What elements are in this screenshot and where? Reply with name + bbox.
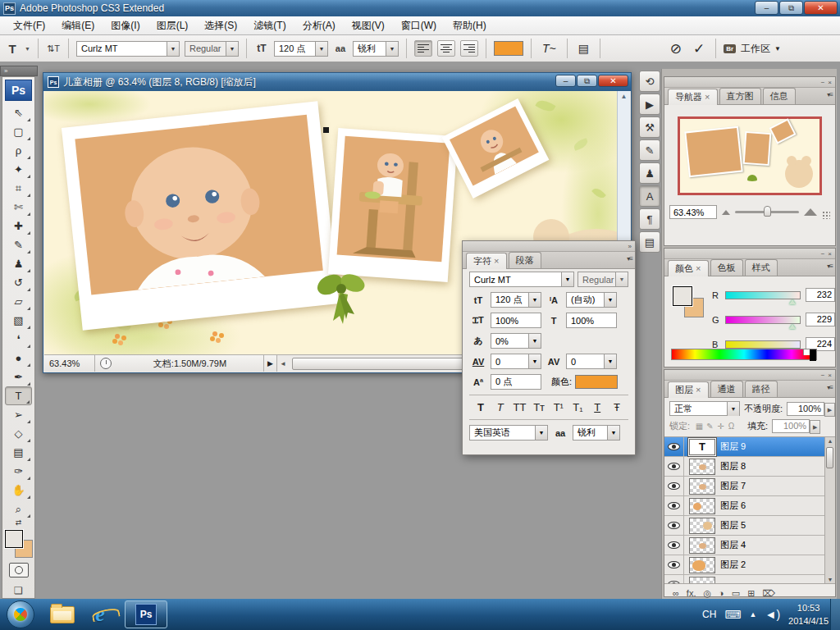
character-panel-header[interactable]: »: [463, 241, 635, 252]
panel-tab[interactable]: 通道: [710, 381, 743, 397]
layer-thumbnail[interactable]: [689, 577, 715, 584]
char-tracking-select[interactable]: 0▼: [566, 354, 617, 369]
layer-row[interactable]: 图层 5: [664, 516, 835, 536]
menu-item[interactable]: 选择(S): [196, 16, 245, 35]
foreground-color-swatch[interactable]: [673, 286, 692, 306]
lasso-tool[interactable]: ρ: [5, 141, 32, 160]
chevron-down-icon[interactable]: ▼: [604, 293, 616, 307]
visibility-toggle[interactable]: [664, 437, 684, 456]
menu-item[interactable]: 编辑(E): [53, 16, 103, 35]
notes-tool[interactable]: ▤: [5, 443, 32, 462]
chevron-down-icon[interactable]: ▼: [528, 334, 541, 348]
spinner-arrow-icon[interactable]: ▶: [810, 420, 820, 434]
color-spectrum-ramp[interactable]: [671, 349, 817, 360]
status-zoom-field[interactable]: 63.43%: [44, 355, 95, 372]
layer-thumbnail[interactable]: [689, 537, 715, 554]
collapse-icon[interactable]: »: [628, 243, 632, 250]
chevron-down-icon[interactable]: ▼: [167, 42, 179, 56]
char-kerning-select[interactable]: 0▼: [491, 354, 541, 369]
layer-thumbnail[interactable]: [689, 478, 715, 495]
doc-close-button[interactable]: ✕: [598, 75, 628, 87]
restore-button[interactable]: ⧉: [779, 1, 803, 15]
swap-colors-icon[interactable]: ⇄: [2, 518, 34, 527]
history-panel-icon[interactable]: ⟲: [639, 71, 660, 92]
panel-tab[interactable]: 颜色 ×: [668, 260, 709, 276]
burn-tool[interactable]: ●: [5, 349, 32, 368]
visibility-toggle[interactable]: [664, 516, 684, 535]
path-selection-tool[interactable]: ➢: [5, 405, 32, 424]
quick-mask-button[interactable]: [9, 563, 29, 578]
photo-baby-portrait[interactable]: [62, 101, 339, 330]
clone-source-panel-icon[interactable]: ♟: [639, 162, 660, 184]
type-style-button[interactable]: T: [472, 401, 489, 413]
paragraph-panel-icon[interactable]: ¶: [639, 208, 660, 230]
toggle-palettes-icon[interactable]: ▤: [575, 42, 592, 55]
slider-thumb[interactable]: [789, 299, 796, 304]
tab-close-icon[interactable]: ×: [705, 92, 710, 102]
eraser-tool[interactable]: ▱: [5, 292, 32, 311]
font-size-select[interactable]: 120 点▼: [274, 41, 328, 57]
layer-thumbnail[interactable]: [689, 557, 715, 573]
type-style-button[interactable]: TT: [511, 401, 527, 413]
scroll-up-icon[interactable]: ▲: [828, 438, 833, 444]
layer-row[interactable]: 图层 6: [664, 496, 835, 516]
delete-layer-icon[interactable]: ⌦: [762, 588, 775, 599]
align-right-button[interactable]: [460, 40, 478, 57]
align-center-button[interactable]: [437, 40, 455, 57]
char-anti-alias-select[interactable]: 锐利▼: [573, 425, 620, 441]
panel-close-icon[interactable]: ×: [828, 372, 832, 379]
doc-minimize-button[interactable]: –: [555, 75, 576, 87]
scrollbar-thumb[interactable]: [826, 447, 833, 468]
history-brush-tool[interactable]: ↺: [5, 273, 32, 292]
chevron-down-icon[interactable]: ▼: [727, 402, 739, 416]
layer-list-scrollbar[interactable]: ▲ ▼: [824, 437, 835, 583]
layer-name[interactable]: 图层 5: [720, 519, 746, 532]
chevron-down-icon[interactable]: ▼: [615, 272, 628, 286]
panel-tab[interactable]: 直方图: [719, 88, 761, 104]
char-color-swatch[interactable]: [575, 375, 618, 389]
layer-name[interactable]: 图层 6: [720, 500, 746, 512]
visibility-toggle[interactable]: [664, 496, 684, 515]
panel-tab[interactable]: 样式: [745, 259, 778, 276]
panel-tab[interactable]: 导航器 ×: [668, 89, 718, 105]
warp-text-icon[interactable]: T~: [539, 42, 559, 55]
slice-tool[interactable]: ✄: [5, 198, 32, 217]
layer-row-partial[interactable]: [664, 575, 835, 583]
zoom-tool[interactable]: ⌕: [5, 500, 32, 518]
chevron-down-icon[interactable]: ▼: [315, 42, 327, 56]
tab-close-icon[interactable]: ×: [494, 256, 499, 266]
layer-row[interactable]: 图层 8: [664, 457, 835, 477]
clone-stamp-tool[interactable]: ♟: [5, 254, 32, 273]
tab-close-icon[interactable]: ×: [696, 385, 701, 395]
type-style-button[interactable]: T: [492, 401, 509, 413]
spinner-arrow-icon[interactable]: ▶: [824, 403, 835, 417]
chevron-down-icon[interactable]: ▼: [535, 426, 547, 440]
marquee-tool[interactable]: ▢: [5, 122, 32, 141]
white-swatch[interactable]: [803, 349, 810, 355]
menu-item[interactable]: 滤镜(T): [245, 16, 294, 35]
char-hscale-field[interactable]: 100%: [566, 313, 617, 328]
chevron-down-icon[interactable]: ▼: [386, 42, 398, 56]
chevron-down-icon[interactable]: ▼: [528, 354, 541, 368]
char-leading-select[interactable]: (自动)▼: [566, 292, 617, 308]
navigator-proxy-view[interactable]: [678, 116, 822, 195]
layer-thumbnail[interactable]: [689, 518, 715, 534]
lock-position-icon[interactable]: ✛: [715, 422, 726, 431]
text-anchor-handle[interactable]: [323, 127, 329, 133]
brush-tool[interactable]: ✎: [5, 235, 32, 254]
channel-value-field[interactable]: 229: [806, 313, 835, 326]
layer-row[interactable]: 图层 4: [664, 536, 835, 555]
menu-item[interactable]: 图层(L): [148, 16, 197, 35]
type-style-button[interactable]: T: [589, 401, 605, 413]
layer-name[interactable]: 图层 2: [720, 559, 746, 571]
chevron-down-icon[interactable]: ▼: [528, 293, 541, 307]
menu-item[interactable]: 文件(F): [5, 16, 53, 35]
type-tool[interactable]: T: [5, 386, 32, 405]
menu-item[interactable]: 窗口(W): [393, 16, 445, 35]
panel-close-icon[interactable]: ×: [828, 250, 832, 258]
panel-menu-icon[interactable]: ▾≡: [827, 262, 833, 270]
add-layer-mask-icon[interactable]: ◎: [703, 588, 711, 599]
channel-slider[interactable]: [725, 291, 801, 299]
panel-tab[interactable]: 色板: [710, 259, 743, 276]
tool-preset-caret-icon[interactable]: ▼: [25, 46, 30, 52]
